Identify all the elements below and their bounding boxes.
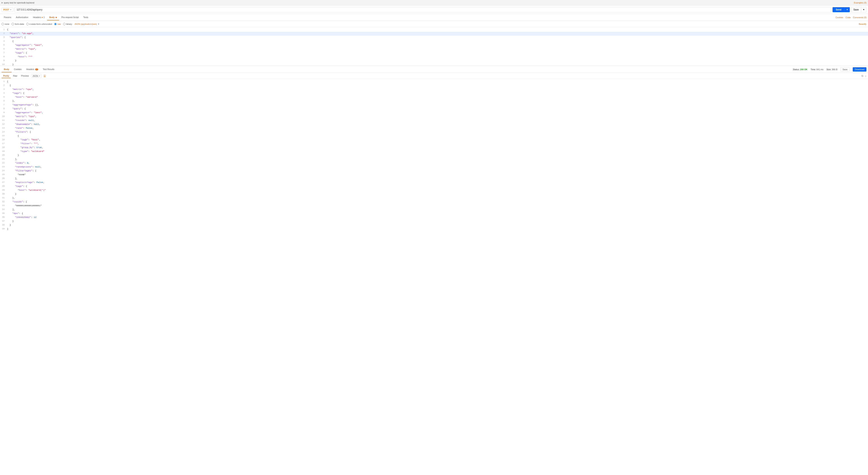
url-input[interactable] xyxy=(14,7,832,12)
response-line-29: 29 "host": "wildcard(*)" xyxy=(0,188,868,192)
resp-tab-cookies[interactable]: Cookies xyxy=(11,66,24,72)
line-content: { xyxy=(6,134,868,138)
line-number: 10 xyxy=(0,63,6,66)
tab-body[interactable]: Body xyxy=(47,14,59,20)
line-content: } xyxy=(6,59,868,63)
tab-headers[interactable]: Headers ● 1 xyxy=(31,14,47,20)
download-button[interactable]: Download xyxy=(853,67,866,71)
line-number: 39 xyxy=(0,227,6,231)
line-number: 32 xyxy=(0,200,6,204)
request-body-editor[interactable]: 1{2 "start": "1h-ago",3 "queries": [4 {5… xyxy=(0,27,868,66)
tab-params[interactable]: Params xyxy=(2,14,13,20)
response-line-1: 1[ xyxy=(0,80,868,84)
resp-tab-body[interactable]: Body xyxy=(2,66,11,72)
opt-raw[interactable]: raw xyxy=(54,23,61,25)
line-content: "AAAB" xyxy=(6,173,868,177)
line-number: 11 xyxy=(0,119,6,122)
line-content: "explicitTags": false, xyxy=(6,181,868,184)
tab-prescript[interactable]: Pre-request Script xyxy=(59,14,81,20)
beautify-button[interactable]: Beautify xyxy=(859,23,866,25)
line-content: } xyxy=(6,63,868,66)
line-number: 1 xyxy=(0,80,6,84)
view-tab-preview[interactable]: Preview xyxy=(20,74,30,78)
response-line-39: 39] xyxy=(0,227,868,231)
response-header: Body Cookies Headers 3 Test Results Stat… xyxy=(0,66,868,73)
line-content: } xyxy=(6,219,868,224)
line-content: "type": "wildcard" xyxy=(6,150,868,153)
request-line-2: 2 "start": "1h-ago", xyxy=(0,32,868,36)
opt-none[interactable]: none xyxy=(2,23,9,25)
line-content: { xyxy=(6,39,868,43)
line-number: 2 xyxy=(0,84,6,88)
json-type-select[interactable]: JSON (application/json) ▼ xyxy=(74,23,100,25)
line-content: "filterTagKs": [ xyxy=(6,169,868,173)
search-icon[interactable]: ⌕ xyxy=(865,74,866,78)
status-value: 200 OK xyxy=(800,68,808,70)
json-type-label: JSON (application/json) xyxy=(74,23,97,25)
line-content: "tagk": "host", xyxy=(6,138,868,142)
response-line-35: 35 "dps": { xyxy=(0,212,868,216)
response-body-editor[interactable]: 1[2 {3 "metric": "cpu",4 "tags": {5 "hos… xyxy=(0,79,868,475)
send-dropdown-button[interactable]: ▼ xyxy=(844,7,850,12)
line-number: 23 xyxy=(0,165,6,169)
response-line-34: 34 ], xyxy=(0,208,868,212)
line-content: { xyxy=(6,28,868,32)
line-number: 9 xyxy=(0,111,6,115)
cookies-link[interactable]: Cookies xyxy=(835,16,843,19)
line-number: 7 xyxy=(0,51,6,55)
response-line-27: 27 "explicitTags": false, xyxy=(0,181,868,184)
response-line-9: 9 "aggregator": "last", xyxy=(0,111,868,115)
request-line-1: 1{ xyxy=(0,28,868,32)
line-number: 30 xyxy=(0,192,6,196)
code-link[interactable]: Code xyxy=(845,16,850,19)
line-number: 33 xyxy=(0,204,6,208)
save-dropdown-button[interactable]: ▼ xyxy=(861,7,866,12)
size-value: 366 B xyxy=(832,68,837,70)
filter-icon[interactable]: ☰ xyxy=(43,75,46,78)
tab-authorization[interactable]: Authorization xyxy=(13,14,31,20)
response-line-16: 16 "tagk": "host", xyxy=(0,138,868,142)
view-tab-raw[interactable]: Raw xyxy=(11,74,19,78)
tab-tests[interactable]: Tests xyxy=(81,14,91,20)
method-select[interactable]: POST ▼ xyxy=(2,7,13,12)
response-line-23: 23 "rateOptions": null, xyxy=(0,165,868,169)
line-number: 19 xyxy=(0,150,6,153)
response-line-2: 2 { xyxy=(0,84,868,88)
line-content: "filter": "*", xyxy=(6,142,868,146)
line-content: ], xyxy=(6,208,868,212)
line-number: 5 xyxy=(0,43,6,47)
save-button[interactable]: Save xyxy=(851,7,861,12)
opt-urlencoded[interactable]: x-www-form-urlencoded xyxy=(26,23,52,25)
examples-link[interactable]: Examples (0) xyxy=(854,2,866,4)
resp-tab-headers[interactable]: Headers 3 xyxy=(24,66,40,72)
line-content: "rate": false, xyxy=(6,126,868,130)
response-line-31: 31 }, xyxy=(0,196,868,200)
line-number: 7 xyxy=(0,103,6,107)
resp-tab-test-results[interactable]: Test Results xyxy=(40,66,57,72)
copy-icon[interactable]: ⧉ xyxy=(861,74,863,78)
response-line-22: 22 "index": 0, xyxy=(0,161,868,165)
json-view-select[interactable]: JSON ▼ xyxy=(31,74,42,78)
line-content: }, xyxy=(6,99,868,103)
line-content: ], xyxy=(6,157,868,161)
request-line-10: 10 } xyxy=(0,63,868,66)
view-tab-pretty[interactable]: Pretty xyxy=(2,74,11,78)
opt-binary[interactable]: binary xyxy=(63,23,72,25)
line-content: "rateOptions": null, xyxy=(6,165,868,169)
request-line-8: 8 "host": "*" xyxy=(0,55,868,59)
method-label: POST xyxy=(3,8,9,11)
line-content: } xyxy=(6,153,868,157)
line-number: 10 xyxy=(0,115,6,119)
comments-link[interactable]: Comments (0) xyxy=(853,16,866,19)
opt-form-data[interactable]: form-data xyxy=(11,23,24,25)
send-button[interactable]: Send xyxy=(833,7,844,12)
save-response-button[interactable]: Save xyxy=(840,67,849,71)
line-number: 5 xyxy=(0,95,6,99)
line-content: "queries": [ xyxy=(6,36,868,39)
response-line-24: 24 "filterTagKs": [ xyxy=(0,169,868,173)
line-number: 6 xyxy=(0,99,6,103)
response-line-38: 38 } xyxy=(0,224,868,227)
response-line-18: 18 "group_by": true, xyxy=(0,146,868,150)
line-number: 38 xyxy=(0,224,6,227)
body-options: none form-data x-www-form-urlencoded raw… xyxy=(0,21,868,27)
